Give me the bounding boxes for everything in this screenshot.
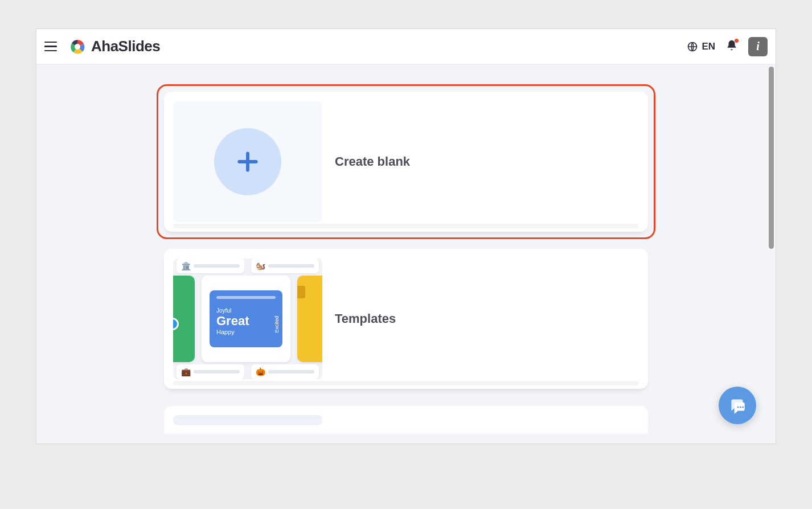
brand-logo[interactable]: AhaSlides bbox=[68, 38, 160, 56]
templates-thumb: 🏛️ 🐿️ Joyful Great Happy Excited bbox=[173, 258, 322, 379]
svg-point-5 bbox=[742, 407, 744, 408]
globe-icon bbox=[687, 41, 698, 52]
notification-dot bbox=[735, 39, 739, 43]
create-blank-title: Create blank bbox=[335, 154, 410, 169]
chat-icon bbox=[728, 396, 747, 415]
brand-name: AhaSlides bbox=[91, 38, 160, 55]
highlight-ring: Create blank bbox=[157, 84, 655, 239]
cards-column: Create blank 🏛️ 🐿️ Joyful bbox=[164, 92, 648, 434]
create-blank-card[interactable]: Create blank bbox=[164, 92, 648, 232]
logo-icon bbox=[68, 38, 87, 56]
svg-point-4 bbox=[740, 407, 741, 408]
create-blank-thumb bbox=[173, 101, 322, 222]
menu-icon bbox=[44, 42, 57, 43]
templates-title: Templates bbox=[335, 311, 396, 326]
language-label: EN bbox=[702, 41, 715, 52]
next-card-peek[interactable] bbox=[164, 406, 648, 434]
scrollbar-thumb[interactable] bbox=[769, 67, 774, 249]
menu-button[interactable] bbox=[44, 39, 60, 55]
plus-icon bbox=[235, 149, 260, 174]
svg-point-1 bbox=[75, 44, 80, 50]
info-icon: i bbox=[756, 40, 760, 53]
app-header: AhaSlides EN i bbox=[36, 29, 776, 64]
content-area: Create blank 🏛️ 🐿️ Joyful bbox=[36, 64, 776, 444]
svg-point-3 bbox=[737, 407, 739, 408]
app-window: AhaSlides EN i bbox=[36, 28, 776, 444]
templates-card[interactable]: 🏛️ 🐿️ Joyful Great Happy Excited bbox=[164, 249, 648, 389]
notifications-button[interactable] bbox=[725, 39, 738, 54]
plus-circle bbox=[214, 128, 281, 195]
chat-fab[interactable] bbox=[719, 387, 756, 424]
info-button[interactable]: i bbox=[748, 37, 768, 56]
language-switcher[interactable]: EN bbox=[687, 41, 715, 52]
header-actions: EN i bbox=[687, 37, 768, 56]
